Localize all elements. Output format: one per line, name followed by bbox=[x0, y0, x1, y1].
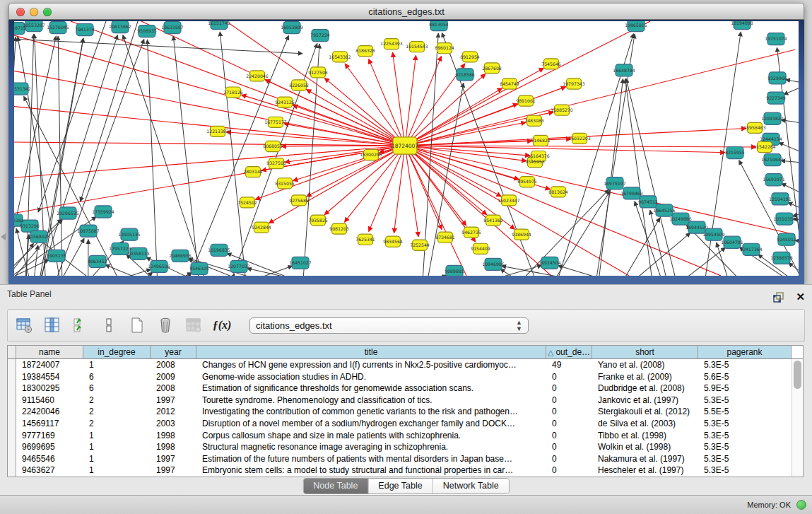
splitter-collapse-arrow[interactable] bbox=[1, 233, 6, 240]
table-cell[interactable]: 0 bbox=[546, 453, 592, 465]
column-header-name[interactable]: name bbox=[16, 346, 83, 358]
tab-edge-table[interactable]: Edge Table bbox=[368, 479, 433, 493]
table-cell[interactable]: 9699695 bbox=[16, 441, 83, 453]
table-settings-icon[interactable] bbox=[15, 316, 33, 334]
table-cell[interactable]: 2008 bbox=[151, 359, 196, 371]
table-cell[interactable]: 2 bbox=[83, 406, 151, 418]
table-cell[interactable]: Franke et al. (2009) bbox=[592, 371, 698, 383]
table-cell[interactable]: Wolkin et al. (1998) bbox=[592, 441, 698, 453]
column-header-short[interactable]: short bbox=[592, 346, 698, 358]
table-cell[interactable]: 5.3E-5 bbox=[698, 418, 792, 430]
table-cell[interactable]: 1998 bbox=[151, 430, 196, 442]
table-cell[interactable]: 1997 bbox=[151, 395, 196, 407]
table-cell[interactable]: Yano et al. (2008) bbox=[592, 359, 698, 371]
table-cell[interactable]: 1 bbox=[83, 441, 151, 453]
table-row[interactable]: 2242004622012Investigating the contribut… bbox=[8, 406, 792, 418]
table-cell[interactable]: Estimation of the future numbers of pati… bbox=[196, 453, 546, 465]
table-row[interactable]: 946362711997Embryonic stem cells: a mode… bbox=[8, 465, 792, 477]
table-cell[interactable]: 2003 bbox=[151, 418, 196, 430]
table-cell[interactable]: 1 bbox=[83, 453, 151, 465]
table-cell[interactable]: 0 bbox=[546, 382, 592, 395]
table-cell[interactable]: Disruption of a novel member of a sodium… bbox=[196, 418, 546, 430]
table-cell[interactable]: 0 bbox=[546, 441, 592, 453]
tab-node-table[interactable]: Node Table bbox=[303, 479, 368, 493]
table-cell[interactable]: 2 bbox=[83, 395, 151, 407]
table-cell[interactable]: Changes of HCN gene expression and I(f) … bbox=[196, 359, 546, 371]
table-row[interactable]: 1456911722003Disruption of a novel membe… bbox=[8, 418, 792, 430]
window-titlebar[interactable]: citations_edges.txt bbox=[8, 3, 804, 20]
table-cell[interactable]: 9115460 bbox=[16, 395, 83, 407]
table-cell[interactable]: 1 bbox=[83, 359, 151, 371]
table-cell[interactable]: 0 bbox=[546, 465, 592, 477]
table-cell[interactable]: Nakamura et al. (1997) bbox=[592, 453, 698, 465]
table-cell[interactable]: 6 bbox=[83, 382, 151, 395]
table-cell[interactable]: 5.9E-5 bbox=[698, 382, 792, 395]
table-cell[interactable]: 5.3E-5 bbox=[698, 465, 792, 477]
table-row[interactable]: 911546021997Tourette syndrome. Phenomeno… bbox=[8, 395, 792, 407]
table-cell[interactable]: 1997 bbox=[151, 453, 196, 465]
table-cell[interactable]: 6 bbox=[83, 371, 151, 383]
column-header-title[interactable]: title bbox=[196, 346, 546, 358]
table-cell[interactable]: 9777169 bbox=[16, 430, 83, 442]
table-row[interactable]: 969969511998Structural magnetic resonanc… bbox=[8, 441, 792, 453]
table-cell[interactable]: Hescheler et al. (1997) bbox=[592, 465, 698, 477]
citation-graph[interactable]: 9358715105532871527604579813742061386295… bbox=[14, 21, 799, 276]
table-cell[interactable]: Tourette syndrome. Phenomenology and cla… bbox=[196, 395, 546, 407]
new-table-icon[interactable] bbox=[128, 316, 146, 334]
table-cell[interactable]: 18724007 bbox=[16, 359, 83, 371]
table-cell[interactable]: 5.3E-5 bbox=[698, 453, 792, 465]
select-columns-icon[interactable] bbox=[71, 316, 90, 334]
table-select-dropdown[interactable]: citations_edges.txt ▲▼ bbox=[249, 317, 529, 334]
table-cell[interactable]: 1998 bbox=[151, 441, 196, 453]
table-cell[interactable]: 2012 bbox=[151, 406, 196, 418]
table-cell[interactable]: 5.3E-5 bbox=[698, 395, 792, 407]
show-columns-icon[interactable] bbox=[43, 316, 61, 334]
table-cell[interactable]: 1997 bbox=[151, 465, 196, 477]
table-cell[interactable]: Investigating the contribution of common… bbox=[196, 406, 546, 418]
table-row[interactable]: 1830029562008Estimation of significance … bbox=[8, 382, 792, 395]
table-cell[interactable]: 1 bbox=[83, 465, 151, 477]
column-header-in_degree[interactable]: in_degree bbox=[83, 346, 151, 358]
column-header-pagerank[interactable]: pagerank bbox=[698, 346, 792, 358]
column-header-year[interactable]: year bbox=[151, 346, 196, 358]
table-cell[interactable]: 0 bbox=[546, 418, 592, 430]
table-cell[interactable]: 9463627 bbox=[16, 465, 83, 477]
table-row[interactable]: 977716911998Corpus callosum shape and si… bbox=[8, 430, 792, 442]
table-cell[interactable]: Genome-wide association studies in ADHD. bbox=[196, 371, 546, 383]
table-row[interactable]: 946554611997Estimation of the future num… bbox=[8, 453, 792, 465]
table-cell[interactable]: 5.3E-5 bbox=[698, 441, 792, 453]
network-view[interactable]: 9358715105532871527604579813742061386295… bbox=[14, 21, 799, 276]
table-cell[interactable]: 1 bbox=[83, 430, 151, 442]
table-cell[interactable]: 2008 bbox=[151, 382, 196, 395]
table-cell[interactable]: 0 bbox=[546, 406, 592, 418]
table-cell[interactable]: 22420046 bbox=[16, 406, 83, 418]
table-cell[interactable]: Tibbo et al. (1998) bbox=[592, 430, 698, 442]
table-cell[interactable]: 5.6E-5 bbox=[698, 371, 792, 383]
table-cell[interactable]: 0 bbox=[546, 430, 592, 442]
table-cell[interactable]: de Silva et al. (2003) bbox=[592, 418, 698, 430]
function-builder-icon[interactable]: ƒ(x) bbox=[213, 316, 231, 334]
tab-network-table[interactable]: Network Table bbox=[433, 479, 509, 493]
table-cell[interactable]: 0 bbox=[546, 395, 592, 407]
table-cell[interactable]: 18300295 bbox=[16, 382, 83, 395]
table-cell[interactable]: Estimation of significance thresholds fo… bbox=[196, 382, 546, 395]
table-cell[interactable]: 49 bbox=[546, 359, 592, 371]
table-cell[interactable]: 5.3E-5 bbox=[698, 359, 792, 371]
table-cell[interactable]: Stergiakouli et al. (2012) bbox=[592, 406, 698, 418]
table-cell[interactable]: 5.3E-5 bbox=[698, 430, 792, 442]
table-cell[interactable]: Dudbridge et al. (2008) bbox=[592, 382, 698, 395]
table-cell[interactable]: Corpus callosum shape and size in male p… bbox=[196, 430, 546, 442]
scrollbar-thumb[interactable] bbox=[794, 361, 801, 389]
table-cell[interactable]: 14569117 bbox=[16, 418, 83, 430]
delete-table-icon[interactable] bbox=[156, 316, 175, 334]
table-cell[interactable]: 9465546 bbox=[16, 453, 83, 465]
column-strip-icon[interactable] bbox=[100, 316, 118, 334]
table-cell[interactable]: 2 bbox=[83, 418, 151, 430]
column-header-out_de[interactable]: △out_de… bbox=[546, 346, 592, 358]
table-scrollbar[interactable] bbox=[792, 359, 803, 477]
table-cell[interactable]: 2009 bbox=[151, 371, 196, 383]
table-cell[interactable]: Structural magnetic resonance image aver… bbox=[196, 441, 546, 453]
table-cell[interactable]: 0 bbox=[546, 371, 592, 383]
table-cell[interactable]: 5.5E-5 bbox=[698, 406, 792, 418]
table-cell[interactable]: 19384554 bbox=[16, 371, 83, 383]
